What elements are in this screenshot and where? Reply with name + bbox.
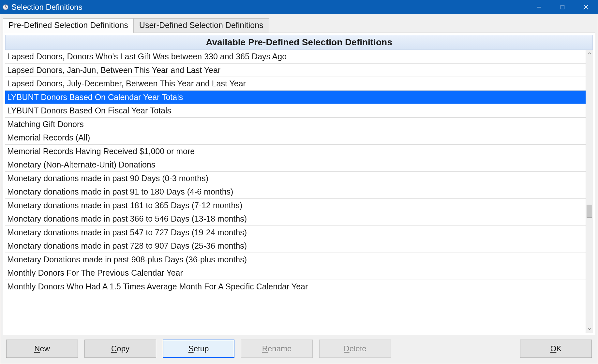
- btn-label-post: K: [556, 344, 561, 353]
- vertical-scrollbar[interactable]: [586, 50, 593, 333]
- panel-header: Available Pre-Defined Selection Definiti…: [5, 35, 593, 50]
- setup-button[interactable]: Setup: [163, 340, 234, 358]
- scroll-track[interactable]: [586, 57, 593, 326]
- btn-label-post: elete: [350, 344, 366, 353]
- window: Selection Definitions Pre-Defined Select…: [0, 0, 598, 364]
- list-item[interactable]: Matching Gift Donors: [5, 118, 586, 131]
- app-icon: [2, 4, 9, 10]
- tabstrip: Pre-Defined Selection Definitions User-D…: [3, 18, 595, 33]
- button-bar: New Copy Setup Rename Delete OK: [3, 335, 595, 361]
- tab-predefined[interactable]: Pre-Defined Selection Definitions: [3, 18, 134, 33]
- list-item[interactable]: LYBUNT Donors Based On Fiscal Year Total…: [5, 104, 586, 118]
- btn-label-post: ename: [268, 344, 292, 353]
- list-item[interactable]: Monthly Donors For The Previous Calendar…: [5, 266, 586, 280]
- tabpanel-predefined: Available Pre-Defined Selection Definiti…: [3, 33, 595, 335]
- definitions-list[interactable]: Lapsed Donors, Donors Who's Last Gift Wa…: [5, 50, 586, 333]
- titlebar: Selection Definitions: [0, 0, 598, 14]
- list-item[interactable]: Lapsed Donors, Donors Who's Last Gift Wa…: [5, 50, 586, 64]
- list-wrap: Lapsed Donors, Donors Who's Last Gift Wa…: [5, 50, 593, 333]
- new-button[interactable]: New: [6, 340, 78, 358]
- btn-label-accel: R: [262, 344, 268, 353]
- list-item[interactable]: Monetary (Non-Alternate-Unit) Donations: [5, 158, 586, 172]
- list-item[interactable]: Memorial Records Having Received $1,000 …: [5, 145, 586, 158]
- btn-label-post: etup: [194, 344, 209, 353]
- btn-label-accel: C: [111, 344, 117, 353]
- btn-label-accel: N: [34, 344, 40, 353]
- ok-button[interactable]: OK: [520, 340, 592, 358]
- window-controls: [527, 0, 598, 14]
- btn-label-accel: D: [344, 344, 349, 353]
- list-item[interactable]: Memorial Records (All): [5, 131, 586, 145]
- list-item[interactable]: LYBUNT Donors Based On Calendar Year Tot…: [5, 91, 586, 104]
- list-item[interactable]: Monetary donations made in past 181 to 3…: [5, 199, 586, 212]
- window-title: Selection Definitions: [11, 3, 82, 12]
- minimize-button[interactable]: [527, 0, 551, 14]
- close-button[interactable]: [574, 0, 598, 14]
- svg-rect-4: [561, 6, 564, 9]
- list-item[interactable]: Monetary donations made in past 728 to 9…: [5, 239, 586, 253]
- delete-button: Delete: [319, 340, 391, 358]
- btn-label-accel: O: [550, 344, 557, 353]
- btn-label-accel: S: [188, 344, 194, 353]
- scroll-thumb[interactable]: [587, 205, 592, 218]
- list-item[interactable]: Monetary donations made in past 547 to 7…: [5, 226, 586, 240]
- btn-label-post: ew: [40, 344, 50, 353]
- list-item[interactable]: Lapsed Donors, July-December, Between Th…: [5, 77, 586, 91]
- maximize-button: [551, 0, 574, 14]
- tab-userdefined[interactable]: User-Defined Selection Definitions: [134, 18, 269, 33]
- copy-button[interactable]: Copy: [84, 340, 156, 358]
- list-item[interactable]: Lapsed Donors, Jan-Jun, Between This Yea…: [5, 64, 586, 77]
- scroll-up-arrow-icon[interactable]: [586, 50, 593, 57]
- client-area: Pre-Defined Selection Definitions User-D…: [0, 14, 598, 364]
- list-item[interactable]: Monetary donations made in past 91 to 18…: [5, 185, 586, 199]
- btn-label-post: opy: [117, 344, 129, 353]
- scroll-down-arrow-icon[interactable]: [586, 326, 593, 333]
- list-item[interactable]: Monthly Donors Who Had A 1.5 Times Avera…: [5, 280, 586, 294]
- list-item[interactable]: Monetary donations made in past 90 Days …: [5, 172, 586, 185]
- list-item[interactable]: Monetary donations made in past 366 to 5…: [5, 212, 586, 226]
- rename-button: Rename: [241, 340, 313, 358]
- list-item[interactable]: Monetary Donations made in past 908-plus…: [5, 253, 586, 267]
